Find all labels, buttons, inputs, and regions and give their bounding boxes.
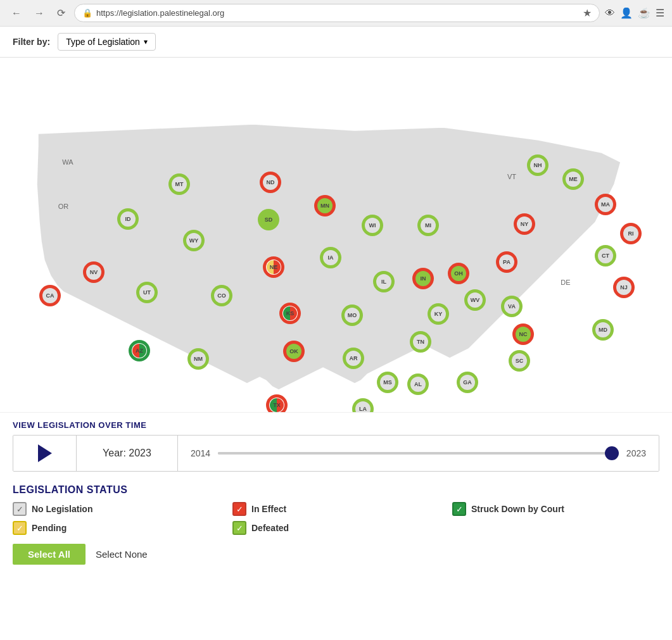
type-of-legislation-dropdown[interactable]: Type of Legislation bbox=[58, 33, 156, 51]
svg-point-39 bbox=[415, 271, 431, 286]
state-node-ca[interactable] bbox=[39, 284, 61, 307]
defeated-label: Defeated bbox=[251, 523, 289, 533]
svg-point-13 bbox=[598, 197, 613, 212]
state-node-tx[interactable] bbox=[265, 394, 288, 412]
browser-chrome: ← → ⟳ 🔒 https://legislation.palestineleg… bbox=[0, 0, 672, 27]
svg-point-47 bbox=[431, 306, 446, 322]
select-none-button[interactable]: Select None bbox=[96, 549, 148, 560]
state-node-wi[interactable] bbox=[361, 214, 384, 237]
security-icon: 🔒 bbox=[82, 8, 92, 18]
us-map-svg bbox=[0, 58, 672, 412]
state-node-co[interactable] bbox=[210, 284, 233, 307]
state-node-ri[interactable] bbox=[619, 222, 642, 245]
svg-point-37 bbox=[451, 266, 466, 281]
state-node-la[interactable] bbox=[352, 398, 374, 412]
legend-item-in-effect: ✓ In Effect bbox=[232, 502, 440, 516]
state-node-mn[interactable] bbox=[314, 194, 336, 217]
state-node-sc[interactable] bbox=[508, 349, 531, 372]
state-node-md[interactable] bbox=[592, 318, 614, 341]
in-effect-checkbox[interactable]: ✓ bbox=[232, 502, 246, 516]
reload-button[interactable]: ⟳ bbox=[53, 6, 69, 20]
state-node-nc[interactable] bbox=[512, 323, 535, 346]
svg-point-45 bbox=[504, 299, 519, 314]
state-node-in[interactable] bbox=[412, 267, 434, 290]
state-node-mo[interactable] bbox=[341, 304, 364, 327]
state-node-ok[interactable] bbox=[282, 340, 305, 363]
play-button[interactable] bbox=[13, 436, 77, 471]
pocket-icon[interactable]: 👁 bbox=[605, 8, 615, 19]
slider-thumb[interactable] bbox=[605, 446, 619, 460]
state-node-mt[interactable] bbox=[168, 173, 191, 196]
select-all-button[interactable]: Select All bbox=[13, 544, 86, 565]
timeline-widget: Year: 2023 2014 2023 bbox=[13, 435, 659, 472]
legend-actions: Select All Select None bbox=[13, 544, 659, 565]
svg-point-41 bbox=[376, 274, 391, 289]
state-node-pa[interactable] bbox=[495, 251, 518, 273]
state-node-va[interactable] bbox=[500, 295, 523, 318]
svg-point-17 bbox=[598, 248, 613, 263]
state-node-al[interactable] bbox=[407, 373, 429, 396]
svg-point-1 bbox=[172, 177, 187, 192]
svg-point-25 bbox=[499, 254, 514, 270]
svg-point-11 bbox=[566, 172, 581, 187]
state-node-nh[interactable] bbox=[526, 154, 549, 177]
state-node-nd[interactable] bbox=[259, 171, 282, 194]
state-node-ks[interactable] bbox=[279, 302, 301, 325]
defeated-checkbox[interactable]: ✓ bbox=[232, 521, 246, 535]
state-node-wv[interactable] bbox=[464, 289, 486, 311]
svg-point-59 bbox=[345, 308, 360, 323]
pending-checkbox[interactable]: ✓ bbox=[13, 521, 27, 535]
svg-point-5 bbox=[317, 198, 333, 213]
state-node-ut[interactable] bbox=[136, 281, 158, 304]
svg-point-73 bbox=[286, 344, 301, 359]
struck-down-label: Struck Down by Court bbox=[471, 504, 564, 514]
state-node-id[interactable] bbox=[117, 208, 139, 230]
slider-area: 2014 2023 bbox=[178, 436, 659, 471]
legend-grid: ✓ No Legislation ✓ In Effect ✓ Struck Do… bbox=[13, 502, 659, 535]
legend-title: LEGISLATION STATUS bbox=[13, 484, 659, 496]
state-node-wy[interactable] bbox=[182, 229, 205, 252]
state-node-nv[interactable] bbox=[82, 261, 105, 284]
state-node-sd[interactable] bbox=[257, 208, 280, 231]
state-node-ne[interactable] bbox=[262, 256, 285, 279]
state-node-nm[interactable] bbox=[187, 348, 210, 370]
struck-down-checkbox[interactable]: ✓ bbox=[452, 502, 466, 516]
back-button[interactable]: ← bbox=[8, 6, 25, 20]
svg-point-77 bbox=[380, 375, 395, 390]
state-node-oh[interactable] bbox=[447, 262, 470, 285]
address-bar[interactable]: 🔒 https://legislation.palestinelegal.org… bbox=[74, 4, 600, 22]
state-node-ia[interactable] bbox=[319, 246, 342, 269]
svg-point-23 bbox=[517, 216, 532, 232]
bookmark-icon[interactable]: ★ bbox=[583, 7, 592, 19]
state-node-tn[interactable] bbox=[409, 330, 432, 353]
state-node-ma[interactable] bbox=[594, 193, 617, 216]
filter-bar: Filter by: Type of Legislation bbox=[0, 27, 672, 58]
state-node-me[interactable] bbox=[562, 168, 585, 191]
state-node-az[interactable] bbox=[128, 339, 151, 362]
no-legislation-label: No Legislation bbox=[32, 504, 92, 514]
state-node-ky[interactable] bbox=[427, 303, 450, 325]
slider-fill bbox=[218, 452, 619, 455]
svg-point-67 bbox=[42, 288, 58, 303]
forward-button[interactable]: → bbox=[30, 6, 48, 20]
state-node-ct[interactable] bbox=[594, 244, 617, 267]
state-node-ms[interactable] bbox=[376, 371, 399, 394]
slider-end-label: 2023 bbox=[626, 448, 646, 458]
state-node-ar[interactable] bbox=[342, 347, 365, 370]
extensions-icon[interactable]: ☕ bbox=[638, 7, 650, 19]
in-effect-label: In Effect bbox=[251, 504, 286, 514]
no-legislation-checkbox[interactable]: ✓ bbox=[13, 502, 27, 516]
pending-label: Pending bbox=[32, 523, 67, 533]
svg-point-15 bbox=[623, 226, 638, 241]
state-node-ny[interactable] bbox=[513, 213, 536, 235]
svg-point-53 bbox=[214, 288, 229, 303]
year-slider-track[interactable] bbox=[218, 452, 619, 455]
svg-point-75 bbox=[346, 351, 361, 366]
menu-icon[interactable]: ☰ bbox=[656, 7, 664, 19]
svg-point-19 bbox=[616, 280, 631, 295]
profile-icon[interactable]: 👤 bbox=[620, 7, 633, 19]
state-node-ga[interactable] bbox=[456, 371, 479, 394]
state-node-il[interactable] bbox=[372, 270, 395, 293]
state-node-mi[interactable] bbox=[417, 214, 440, 237]
state-node-nj[interactable] bbox=[612, 276, 635, 299]
